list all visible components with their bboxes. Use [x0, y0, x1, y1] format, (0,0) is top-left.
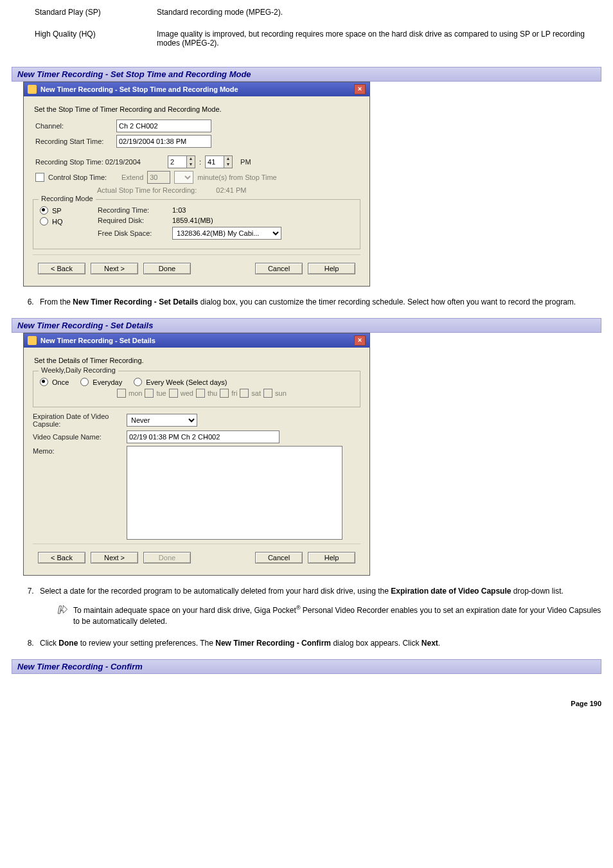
day-thu-checkbox: [196, 389, 205, 398]
time-colon: :: [199, 158, 201, 166]
day-wed-checkbox: [169, 389, 178, 398]
step-7-bold: Expiration date of Video Capsule: [391, 587, 511, 596]
note-icon: [57, 604, 68, 616]
done-button: Done: [143, 552, 191, 563]
freq-everyday-label: Everyday: [93, 378, 122, 386]
actual-stop-value: 02:41 PM: [216, 186, 246, 194]
freq-once-label: Once: [52, 378, 69, 386]
step-8: Click Done to review your setting prefer…: [36, 638, 601, 649]
memo-textarea[interactable]: [127, 446, 342, 540]
stop-time-min-input[interactable]: [205, 155, 224, 168]
free-disk-label: Free Disk Space:: [98, 229, 168, 237]
step-8-b: Done: [58, 639, 78, 648]
spin-buttons[interactable]: ▲▼: [224, 155, 233, 168]
close-icon[interactable]: ×: [354, 335, 366, 346]
expiration-select[interactable]: Never: [127, 414, 197, 427]
section-title-stop-time: New Timer Recording - Set Stop Time and …: [12, 67, 601, 82]
extend-minutes-input: [147, 171, 170, 184]
cancel-button[interactable]: Cancel: [255, 263, 303, 274]
start-time-input[interactable]: [116, 135, 211, 148]
step-6-prefix: From the: [40, 297, 73, 306]
memo-label: Memo:: [33, 446, 123, 455]
step-8-g: .: [438, 639, 440, 648]
step-7: Select a date for the recorded program t…: [36, 586, 601, 627]
day-tue-label: tue: [156, 389, 166, 397]
day-mon-checkbox: [117, 389, 126, 398]
step-8-a: Click: [40, 639, 58, 648]
step-8-d: New Timer Recording - Confirm: [215, 639, 331, 648]
channel-input[interactable]: [116, 120, 211, 132]
recording-time-label: Recording Time:: [98, 206, 168, 214]
definition-body-sp: Standard recording mode (MPEG-2).: [157, 8, 601, 17]
close-icon[interactable]: ×: [354, 84, 366, 94]
stop-time-label: Recording Stop Time: 02/19/2004: [35, 158, 164, 166]
stop-time-hour-spin[interactable]: ▲▼: [168, 155, 195, 168]
definition-term-hq: High Quality (HQ): [35, 30, 157, 48]
app-icon: [28, 336, 37, 345]
window-title: New Timer Recording - Set Stop Time and …: [40, 85, 350, 93]
control-stop-time-label: Control Stop Time:: [48, 173, 118, 181]
definition-body-hq: Image quality is improved, but recording…: [157, 30, 601, 48]
required-disk-value: 1859.41(MB): [172, 217, 213, 224]
help-button[interactable]: Help: [308, 263, 355, 274]
cancel-button[interactable]: Cancel: [255, 552, 303, 563]
page-number: Page 190: [12, 700, 601, 707]
step-6-suffix: dialog box, you can customize the timer …: [199, 297, 576, 306]
day-sat-checkbox: [240, 389, 249, 398]
required-disk-label: Required Disk:: [98, 217, 168, 224]
day-sun-label: sun: [275, 389, 287, 397]
free-disk-select[interactable]: 132836.42(MB) My Cabi...: [172, 227, 281, 240]
mode-hq-label: HQ: [52, 218, 63, 226]
step-7-text-c: drop-down list.: [511, 587, 563, 596]
next-button[interactable]: Next >: [91, 263, 138, 274]
day-mon-label: mon: [129, 389, 142, 397]
stop-time-min-spin[interactable]: ▲▼: [205, 155, 233, 168]
step-8-e: dialog box appears. Click: [331, 639, 422, 648]
done-button[interactable]: Done: [143, 263, 191, 274]
day-tue-checkbox: [145, 389, 154, 398]
back-button[interactable]: < Back: [38, 263, 85, 274]
mode-hq-radio[interactable]: [40, 217, 48, 226]
window-title: New Timer Recording - Set Details: [40, 337, 350, 344]
mode-sp-radio[interactable]: [40, 206, 48, 215]
step-8-f: Next: [422, 639, 438, 648]
actual-stop-label: Actual Stop Time for Recording:: [97, 186, 197, 194]
freq-weekly-radio[interactable]: [134, 378, 142, 386]
dialog-subtitle: Set the Stop Time of Timer Recording and…: [34, 105, 360, 113]
day-wed-label: wed: [181, 389, 193, 397]
spin-buttons[interactable]: ▲▼: [187, 155, 195, 168]
help-button[interactable]: Help: [308, 552, 355, 563]
stop-time-hour-input[interactable]: [168, 155, 187, 168]
recording-mode-legend: Recording Mode: [39, 195, 96, 202]
back-button[interactable]: < Back: [38, 552, 85, 563]
channel-label: Channel:: [35, 122, 112, 130]
section-title-details: New Timer Recording - Set Details: [12, 318, 601, 333]
dialog-subtitle: Set the Details of Timer Recording.: [34, 357, 360, 364]
day-fri-checkbox: [220, 389, 229, 398]
section-title-confirm: New Timer Recording - Confirm: [12, 659, 601, 674]
control-stop-time-checkbox[interactable]: [35, 173, 44, 182]
step-6: From the New Timer Recording - Set Detai…: [36, 297, 601, 308]
expiration-label: Expiration Date of Video Capsule:: [33, 412, 123, 428]
step-8-c: to review your setting preferences. The: [78, 639, 215, 648]
step-7-text-a: Select a date for the recorded program t…: [40, 587, 391, 596]
day-sun-checkbox: [263, 389, 272, 398]
freq-everyday-radio[interactable]: [80, 378, 89, 386]
start-time-label: Recording Start Time:: [35, 137, 112, 145]
capsule-name-label: Video Capsule Name:: [33, 433, 123, 441]
next-button[interactable]: Next >: [91, 552, 138, 563]
freq-once-radio[interactable]: [40, 378, 48, 386]
day-thu-label: thu: [208, 389, 217, 397]
note-reg: ®: [296, 605, 301, 611]
day-fri-label: fri: [231, 389, 237, 397]
day-sat-label: sat: [251, 389, 261, 397]
capsule-name-input[interactable]: [127, 430, 280, 443]
app-icon: [28, 85, 37, 94]
definition-term-sp: Standard Play (SP): [35, 8, 157, 17]
mode-sp-label: SP: [52, 207, 62, 215]
recording-time-value: 1:03: [172, 206, 186, 214]
freq-weekly-label: Every Week (Select days): [146, 378, 227, 386]
step-6-bold: New Timer Recording - Set Details: [73, 297, 198, 306]
extend-label: Extend: [121, 173, 143, 181]
note-text: To maintain adequate space on your hard …: [73, 604, 601, 628]
